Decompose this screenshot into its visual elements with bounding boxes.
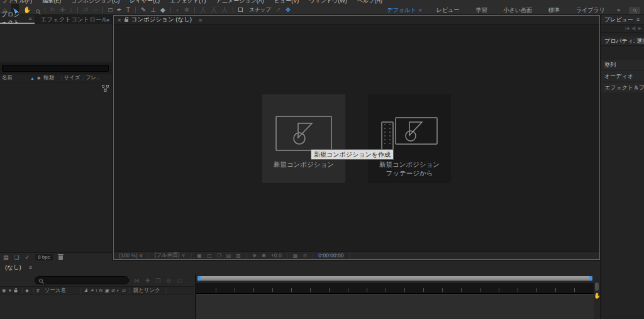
snapshot-camera-icon[interactable]: ▦ (293, 253, 298, 259)
time-ruler[interactable] (196, 283, 594, 294)
guides-icon[interactable]: ▤ (226, 253, 231, 259)
panel-menu-icon[interactable]: ≡ (636, 16, 640, 23)
tab-effect-controls[interactable]: エフェクトコントロール (なし) (35, 16, 106, 24)
pan-behind-tool[interactable]: ▱ (93, 7, 98, 13)
panel-menu-icon[interactable]: ≡ (29, 264, 32, 271)
column-divider[interactable]: | (60, 75, 62, 81)
panel-overflow-icon[interactable]: » (106, 16, 112, 23)
project-search-input[interactable] (2, 65, 109, 72)
layer-track-area[interactable] (196, 294, 594, 319)
effects-presets-panel-header[interactable]: エフェクト＆プリセット (601, 82, 644, 92)
new-composition-icon[interactable]: ✓ (25, 254, 30, 260)
snap-checkbox[interactable] (238, 8, 243, 12)
menu-animation[interactable]: アニメーション(A) (216, 0, 264, 5)
close-icon[interactable]: × (118, 16, 121, 23)
camera-pan-tool[interactable]: ✚ (60, 7, 65, 13)
trash-icon[interactable] (58, 255, 63, 260)
collapse-switch-icon[interactable]: ✦ (90, 288, 94, 293)
frame-blend-switch-icon[interactable]: ▣ (104, 288, 109, 293)
eraser-tool[interactable]: ◆ (160, 7, 165, 13)
properties-panel-header[interactable]: プロパティ: 選択なし (601, 36, 644, 46)
exposure-gear-icon[interactable]: ✱ (262, 253, 266, 259)
layer-number-column[interactable]: # (36, 288, 40, 294)
clone-stamp-tool[interactable]: ⊥ (150, 7, 156, 13)
play-button[interactable]: ▶ (638, 26, 641, 31)
mask-toggle-icon[interactable]: ▢ (207, 253, 212, 259)
character-tool-b[interactable]: 人 (211, 7, 217, 13)
navigator-end-handle[interactable] (589, 276, 592, 281)
workspace-default[interactable]: デフォルト (379, 6, 419, 14)
column-frame-rate[interactable]: フレ.. (86, 74, 99, 82)
draft-3d-icon[interactable]: ✚ (145, 277, 150, 284)
current-time-display[interactable]: 0:00:00:00 (318, 252, 343, 259)
lock-column-icon[interactable] (14, 290, 18, 293)
panel-menu-icon[interactable]: ≡ (199, 17, 202, 23)
source-name-column[interactable]: ソース名 (45, 287, 66, 294)
align-panel-header[interactable]: 整列 (601, 60, 644, 70)
navigator-start-handle[interactable] (197, 276, 201, 281)
shy-switch-icon[interactable]: ♟ (84, 288, 88, 293)
menu-window[interactable]: ウィンドウ(W) (309, 0, 347, 5)
transparency-grid-icon[interactable]: ❐ (216, 253, 221, 259)
frame-blend-icon[interactable]: ⊘ (167, 277, 172, 284)
channel-select-icon[interactable]: ❖ (252, 253, 257, 259)
exposure-value[interactable]: +0.0 (271, 252, 282, 259)
hide-shy-layers-icon[interactable]: ❐ (156, 277, 161, 284)
project-item-list[interactable] (0, 82, 112, 252)
menu-help[interactable]: ヘルプ(H) (357, 0, 382, 5)
color-depth-button[interactable]: 8 bpc (35, 254, 53, 260)
audio-column-icon[interactable]: ● (9, 288, 12, 293)
3d-switch-icon[interactable]: ⊙ (121, 288, 125, 293)
timeline-tab-label[interactable]: (なし) (5, 264, 21, 272)
scrollbar-thumb[interactable] (595, 283, 599, 291)
adjustment-switch-icon[interactable]: ◐ (117, 288, 120, 293)
video-column-icon[interactable]: ◉ (2, 288, 6, 293)
lock-icon[interactable] (125, 19, 128, 22)
column-divider[interactable]: | (82, 75, 84, 81)
new-composition-button[interactable]: 新規コンポジション (262, 94, 345, 183)
motion-blur-switch-icon[interactable]: ⊘ (111, 288, 114, 293)
effect-switch-icon[interactable]: fx (99, 288, 103, 293)
menu-layer[interactable]: レイヤー(L) (130, 0, 160, 5)
column-size[interactable]: サイズ (64, 74, 80, 82)
preview-panel-header[interactable]: プレビュー ≡ (601, 15, 644, 25)
workspace-learn[interactable]: 学習 (468, 6, 496, 14)
parent-link-column[interactable]: 親とリンク (133, 287, 160, 294)
camera-orbit-tool[interactable]: ↻ (50, 7, 55, 13)
column-type[interactable]: 種類 (43, 74, 54, 82)
first-frame-button[interactable]: |◀ (625, 26, 630, 31)
puppet-pin-tool[interactable]: ✱ (184, 7, 189, 13)
flowchart-icon[interactable] (102, 85, 109, 92)
workspace-search-button[interactable] (629, 7, 640, 14)
resolution-select[interactable]: (フル画質) ∨ (155, 252, 186, 259)
quality-switch-icon[interactable]: \ (96, 288, 97, 293)
sort-ascending-icon[interactable]: ▲ (30, 76, 35, 81)
menu-view[interactable]: ビュー(V) (274, 0, 299, 5)
workspace-libraries[interactable]: ライブラリ (568, 6, 613, 14)
shape-tool[interactable]: □ (108, 7, 112, 13)
rulers-icon[interactable]: ▥ (236, 253, 241, 259)
panel-menu-icon[interactable]: ≡ (28, 16, 31, 22)
character-tool-c[interactable]: 人 (221, 7, 228, 13)
magnification-select[interactable]: (100 %) ∨ (119, 252, 143, 259)
motion-blur-icon[interactable]: ▢ (177, 277, 182, 284)
tab-project[interactable]: プロジェクト ≡ (0, 15, 35, 24)
audio-panel-header[interactable]: オーディオ (601, 71, 644, 81)
composition-mini-flowchart-icon[interactable]: ⋈ (134, 277, 140, 284)
menu-composition[interactable]: コンポジション(C) (71, 0, 119, 5)
tab-composition-label[interactable]: コンポジション (なし) (131, 16, 192, 24)
timeline-search-input[interactable] (35, 276, 129, 284)
camera-dolly-tool[interactable]: ↕ (69, 7, 72, 13)
type-tool[interactable]: T (126, 7, 130, 13)
workspace-standard[interactable]: 標準 (540, 6, 568, 14)
zoom-tool[interactable] (36, 4, 40, 16)
show-snapshot-icon[interactable]: ⊙ (303, 253, 307, 259)
column-name[interactable]: 名前 (2, 74, 13, 82)
new-folder-icon[interactable]: ❏ (14, 254, 19, 260)
workspace-review[interactable]: レビュー (428, 6, 468, 14)
workspace-overflow-icon[interactable]: » (613, 7, 624, 13)
brush-tool[interactable]: ✎ (141, 7, 146, 13)
menu-effect[interactable]: エフェクト(T) (170, 0, 206, 5)
interpret-footage-icon[interactable]: ▤ (3, 254, 9, 260)
label-column-icon[interactable]: ◆ (37, 76, 40, 81)
